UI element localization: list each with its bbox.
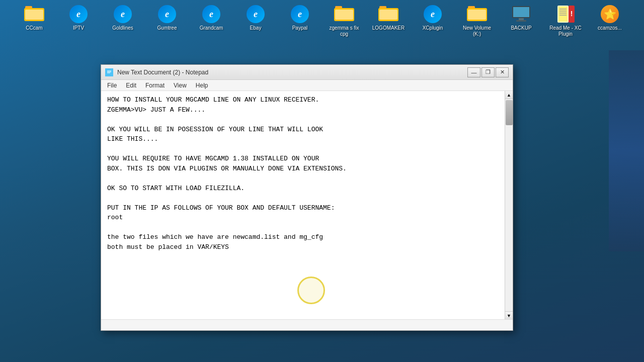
notepad-inner: HOW TO INSTALL YOUR MGCAMD LINE ON ANY L… [101, 91, 513, 319]
readme-icon: ! [555, 4, 576, 24]
xcplugin-icon: e [423, 4, 443, 24]
menu-file[interactable]: File [103, 81, 121, 90]
backup-label: BACKUP [511, 25, 531, 31]
svg-rect-24 [106, 69, 112, 75]
paypal-icon: e [290, 4, 310, 24]
svg-rect-13 [513, 7, 529, 17]
window-menubar: File Edit Format View Help [101, 80, 513, 91]
svg-text:!: ! [571, 10, 573, 18]
window-title: New Text Document (2) - Notepad [117, 69, 467, 76]
readme-label: Read Me - XC Plugin [548, 25, 583, 37]
desktop-icon-readme[interactable]: ! Read Me - XC Plugin [548, 4, 583, 37]
desktop-icon-iptv[interactable]: e IPTV [61, 4, 96, 31]
ccam-icon [24, 4, 44, 24]
scroll-thumb[interactable] [506, 100, 513, 125]
scroll-down-button[interactable]: ▼ [505, 311, 513, 319]
svg-rect-8 [379, 10, 397, 20]
goldlines-label: Goldlines [112, 25, 133, 31]
menu-format[interactable]: Format [141, 81, 169, 90]
logomaker-label: LOGOMAKER [372, 25, 405, 31]
menu-edit[interactable]: Edit [122, 81, 140, 90]
desktop: CCcam e IPTV e Goldlines e Gumtree e [0, 0, 644, 362]
notepad-window: New Text Document (2) - Notepad — ❐ ✕ Fi… [101, 64, 513, 331]
goldlines-icon: e [113, 4, 133, 24]
restore-button[interactable]: ❐ [481, 67, 495, 77]
ebay-label: Ebay [250, 25, 262, 31]
desktop-icon-ebay[interactable]: e Ebay [238, 4, 273, 31]
zgemma-icon [334, 4, 354, 24]
desktop-icon-zgemma[interactable]: zgemma s fix cpg [327, 4, 362, 37]
desktop-icon-ccam[interactable]: CCcam [17, 4, 52, 31]
zgemma-label: zgemma s fix cpg [327, 25, 362, 37]
ccamzos-icon: ⭐ [600, 4, 620, 24]
iptv-icon: e [68, 4, 89, 24]
newvolume-label: New Volume (K:) [459, 25, 495, 37]
right-panel-decoration [609, 50, 644, 251]
desktop-icon-newvolume[interactable]: New Volume (K:) [459, 4, 495, 37]
xcplugin-label: XCplugin [423, 25, 443, 31]
ccam-label: CCcam [26, 25, 42, 31]
desktop-icon-xcplugin[interactable]: e XCplugin [415, 4, 450, 31]
notepad-text-area[interactable]: HOW TO INSTALL YOUR MGCAMD LINE ON ANY L… [101, 91, 505, 319]
gumtree-label: Gumtree [157, 25, 177, 31]
window-controls: — ❐ ✕ [467, 67, 509, 77]
ccamzos-label: ccamzos... [598, 25, 622, 31]
desktop-icon-paypal[interactable]: e Paypal [282, 4, 317, 31]
scrollbar-track[interactable]: ▲ ▼ [505, 91, 513, 319]
paypal-label: Paypal [292, 25, 308, 31]
menu-help[interactable]: Help [192, 81, 212, 90]
gumtree-icon: e [157, 4, 177, 24]
desktop-icon-gumtree[interactable]: e Gumtree [149, 4, 185, 31]
ebay-icon: e [246, 4, 266, 24]
desktop-icon-grandcam[interactable]: e Grandcam [194, 4, 229, 31]
backup-icon [511, 4, 531, 24]
grandcam-icon: e [201, 4, 221, 24]
svg-rect-5 [335, 10, 353, 20]
svg-rect-2 [25, 10, 43, 20]
desktop-icon-backup[interactable]: BACKUP [504, 4, 539, 31]
close-button[interactable]: ✕ [496, 67, 509, 77]
notepad-statusbar [101, 319, 513, 330]
svg-rect-11 [468, 10, 486, 20]
scroll-up-button[interactable]: ▲ [505, 91, 513, 99]
desktop-icon-goldlines[interactable]: e Goldlines [105, 4, 140, 31]
notepad-app-icon [105, 68, 113, 76]
menu-view[interactable]: View [170, 81, 191, 90]
newvolume-icon [467, 4, 487, 24]
minimize-button[interactable]: — [467, 67, 480, 77]
desktop-icons-bar: CCcam e IPTV e Goldlines e Gumtree e [0, 0, 644, 39]
svg-rect-15 [516, 20, 526, 22]
desktop-icon-logomaker[interactable]: LOGOMAKER [371, 4, 406, 31]
logomaker-icon [378, 4, 398, 24]
scroll-area [505, 99, 513, 311]
iptv-label: IPTV [73, 25, 84, 31]
window-titlebar[interactable]: New Text Document (2) - Notepad — ❐ ✕ [101, 65, 513, 80]
grandcam-label: Grandcam [200, 25, 223, 31]
desktop-icon-ccamzos[interactable]: ⭐ ccamzos... [592, 4, 627, 31]
